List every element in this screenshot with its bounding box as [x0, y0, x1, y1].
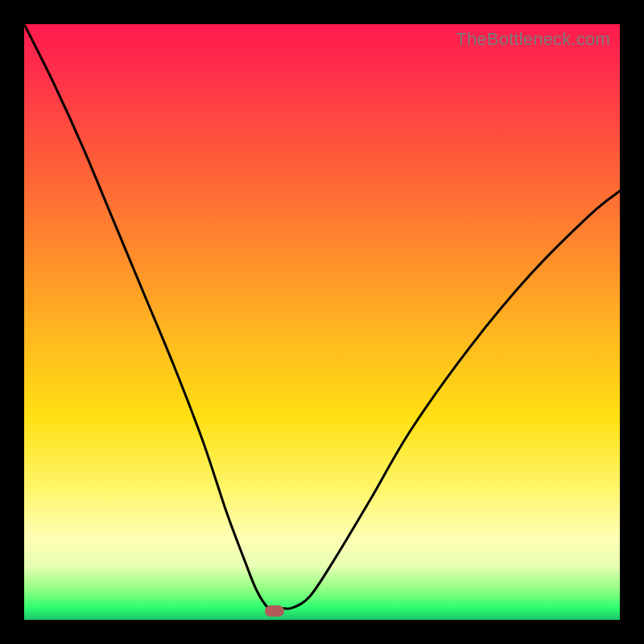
bottleneck-marker: [265, 605, 284, 617]
bottleneck-curve: [24, 24, 620, 620]
chart-frame: TheBottleneck.com: [0, 0, 644, 644]
chart-plot-area: TheBottleneck.com: [24, 24, 620, 620]
